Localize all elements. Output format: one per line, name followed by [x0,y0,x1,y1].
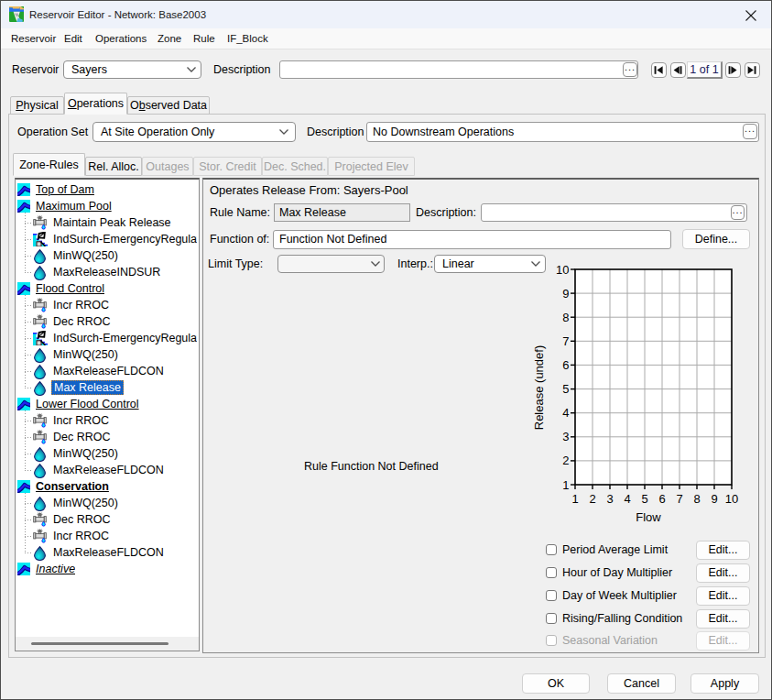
svg-text:8: 8 [693,492,700,506]
svg-text:2: 2 [589,492,595,506]
svg-text:8: 8 [562,311,569,324]
svg-text:2: 2 [562,454,569,467]
svg-text:9: 9 [711,492,717,506]
svg-text:5: 5 [562,382,569,396]
svg-text:5: 5 [641,492,647,506]
svg-text:4: 4 [624,492,630,506]
svg-text:7: 7 [562,334,569,348]
svg-text:6: 6 [658,492,665,506]
svg-text:Release (undef): Release (undef) [532,345,546,431]
svg-text:7: 7 [676,492,682,506]
svg-text:3: 3 [606,492,613,506]
svg-text:10: 10 [556,263,569,277]
svg-text:4: 4 [562,406,569,420]
svg-text:3: 3 [562,430,569,443]
svg-text:6: 6 [562,358,569,372]
svg-text:10: 10 [725,492,738,506]
svg-text:9: 9 [562,287,569,301]
svg-text:1: 1 [562,478,569,492]
svg-text:Flow: Flow [636,510,661,524]
svg-text:1: 1 [571,492,578,506]
